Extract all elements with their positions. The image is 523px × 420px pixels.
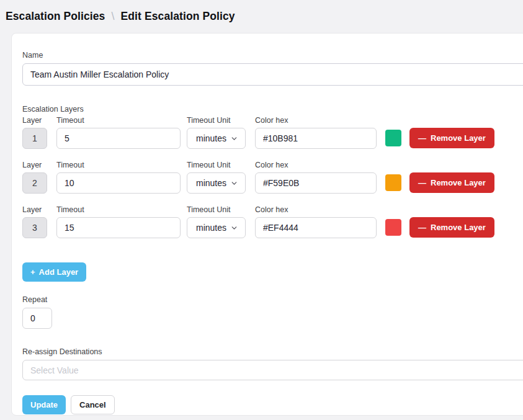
chevron-down-icon [230, 179, 238, 187]
timeout-input[interactable] [56, 217, 181, 238]
breadcrumb: Escalation Policies \ Edit Escalation Po… [6, 10, 235, 23]
add-layer-label: Add Layer [39, 267, 79, 277]
color-hex-column-label: Color hex [255, 205, 377, 214]
timeout-unit-select[interactable]: minutes [187, 128, 246, 149]
add-layer-button[interactable]: + Add Layer [22, 262, 86, 282]
cancel-button[interactable]: Cancel [71, 395, 115, 414]
plus-icon: + [30, 267, 35, 277]
layer-row: Layer Timeout Timeout Unit minutes Color… [22, 161, 523, 194]
layer-row: Layer Timeout Timeout Unit minutes Color… [22, 116, 523, 149]
color-hex-column-label: Color hex [255, 161, 377, 169]
timeout-unit-column-label: Timeout Unit [187, 116, 246, 125]
timeout-unit-select[interactable]: minutes [187, 217, 246, 238]
escalation-layers-section: Escalation Layers Layer Timeout Timeout … [22, 105, 523, 282]
timeout-unit-value: minutes [196, 223, 226, 233]
color-swatch [385, 219, 401, 236]
remove-layer-button[interactable]: — Remove Layer [409, 172, 494, 193]
layer-column-label: Layer [22, 205, 47, 214]
layer-number-input [22, 217, 47, 238]
chevron-down-icon [230, 224, 238, 232]
form-actions: Update Cancel [22, 395, 523, 414]
timeout-column-label: Timeout [56, 161, 181, 169]
repeat-section: Repeat [22, 295, 523, 329]
reassign-section: Re-assign Destinations [22, 347, 523, 380]
timeout-unit-value: minutes [196, 133, 226, 143]
chevron-down-icon [230, 135, 238, 143]
layer-column-label: Layer [22, 161, 47, 169]
remove-layer-label: Remove Layer [431, 178, 486, 187]
timeout-column-label: Timeout [56, 205, 181, 214]
edit-policy-card: Name Escalation Layers Layer Timeout Tim… [11, 33, 523, 416]
color-hex-input[interactable] [255, 217, 377, 238]
color-swatch [385, 174, 401, 191]
reassign-label: Re-assign Destinations [22, 347, 523, 356]
minus-icon: — [418, 223, 426, 232]
breadcrumb-separator: \ [111, 10, 114, 23]
color-swatch [385, 130, 401, 146]
timeout-unit-column-label: Timeout Unit [187, 205, 246, 214]
layer-number-input [22, 128, 47, 149]
breadcrumb-section[interactable]: Escalation Policies [6, 10, 105, 23]
reassign-destinations-input[interactable] [22, 360, 523, 380]
layers-section-title: Escalation Layers [22, 105, 523, 114]
remove-layer-label: Remove Layer [431, 133, 486, 143]
minus-icon: — [418, 178, 426, 187]
color-hex-input[interactable] [255, 128, 377, 149]
remove-layer-button[interactable]: — Remove Layer [409, 217, 494, 238]
repeat-label: Repeat [22, 295, 523, 304]
layer-row: Layer Timeout Timeout Unit minutes Color… [22, 205, 523, 238]
layer-column-label: Layer [22, 116, 47, 125]
minus-icon: — [418, 133, 426, 143]
remove-layer-label: Remove Layer [431, 223, 486, 232]
color-hex-column-label: Color hex [255, 116, 377, 125]
update-button[interactable]: Update [22, 395, 66, 414]
name-label: Name [22, 51, 523, 60]
timeout-input[interactable] [56, 172, 181, 194]
timeout-unit-value: minutes [196, 178, 226, 188]
repeat-input[interactable] [22, 308, 52, 329]
timeout-unit-select[interactable]: minutes [187, 172, 246, 194]
timeout-input[interactable] [56, 128, 181, 149]
name-input[interactable] [22, 63, 523, 86]
timeout-unit-column-label: Timeout Unit [187, 161, 246, 169]
page-title: Edit Escalation Policy [121, 10, 235, 23]
remove-layer-button[interactable]: — Remove Layer [409, 128, 494, 148]
timeout-column-label: Timeout [56, 116, 181, 125]
layer-number-input [22, 172, 47, 194]
color-hex-input[interactable] [255, 172, 377, 194]
